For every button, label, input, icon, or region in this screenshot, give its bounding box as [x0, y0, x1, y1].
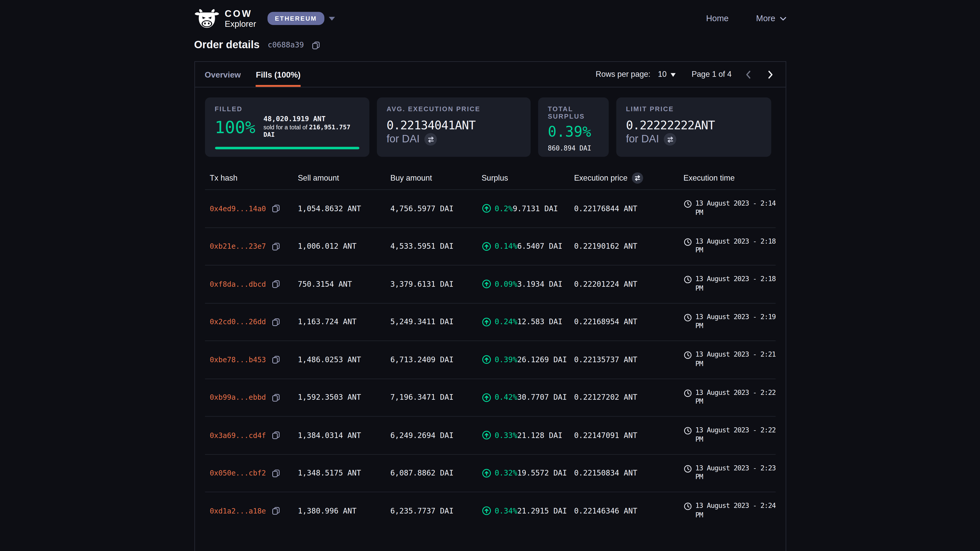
rows-per-page-select[interactable]: 10 [658, 70, 675, 79]
table-row: 0xd1a2...a18e 1,380.996 ANT 6,235.7737 D… [205, 492, 775, 529]
surplus-cell: 0.09%3.1934 DAI [476, 279, 569, 289]
surplus-amount: 21.128 DAI [517, 431, 563, 440]
total-surplus-amount: 860.894 DAI [548, 144, 598, 152]
fills-table: Tx hash Sell amount Buy amount Surplus E… [205, 167, 775, 530]
clock-icon [683, 313, 692, 322]
tx-hash-link[interactable]: 0xbe78...b453 [210, 355, 266, 364]
copy-icon[interactable] [272, 242, 280, 251]
sell-amount: 1,054.8632 ANT [293, 204, 385, 213]
chevron-down-icon [329, 17, 335, 21]
rows-per-page-label: Rows per page: [596, 70, 650, 79]
filled-sold-amount: 48,020.1919 ANT [263, 115, 325, 123]
surplus-cell: 0.34%21.2915 DAI [476, 506, 569, 516]
sell-amount: 1,486.0253 ANT [293, 355, 385, 364]
execution-price: 0.22201224 ANT [569, 280, 679, 289]
total-surplus-percent: 0.39% [548, 124, 598, 140]
sell-amount: 1,384.0314 ANT [293, 431, 385, 440]
surplus-cell: 0.14%6.5407 DAI [476, 241, 569, 251]
execution-time-cell: 13 August 2023 - 2:19 PM [678, 313, 776, 331]
buy-amount: 6,087.8862 DAI [385, 468, 477, 477]
execution-time-cell: 13 August 2023 - 2:18 PM [678, 237, 776, 256]
copy-icon[interactable] [272, 356, 280, 364]
tx-hash-link[interactable]: 0x4ed9...14a0 [210, 204, 266, 213]
tab-bar: Overview Fills (100%) Rows per page: 10 … [195, 62, 785, 87]
buy-amount: 4,533.5951 DAI [385, 242, 477, 251]
surplus-cell: 0.39%26.1269 DAI [476, 355, 569, 365]
col-buy-amount: Buy amount [385, 174, 477, 183]
copy-icon[interactable] [272, 507, 280, 515]
col-tx-hash: Tx hash [205, 174, 293, 183]
previous-page-button[interactable] [743, 69, 754, 80]
tx-hash-link[interactable]: 0xb99a...ebbd [210, 393, 266, 402]
tx-hash-link[interactable]: 0xd1a2...a18e [210, 507, 266, 515]
tx-hash-link[interactable]: 0x2cd0...26dd [210, 318, 266, 326]
limit-price-value: 0.22222222ANT [626, 118, 761, 132]
nav-more[interactable]: More [756, 14, 786, 23]
table-row: 0x4ed9...14a0 1,054.8632 ANT 4,756.5977 … [205, 189, 775, 227]
execution-time: 13 August 2023 - 2:21 PM [695, 351, 776, 368]
invert-price-icon[interactable] [425, 133, 437, 146]
tx-hash-link[interactable]: 0x3a69...cd4f [210, 431, 266, 440]
surplus-up-icon [482, 393, 491, 402]
table-controls: Rows per page: 10 Page 1 of 4 [596, 69, 775, 80]
invert-price-icon[interactable] [632, 172, 643, 184]
nav-home[interactable]: Home [706, 14, 729, 23]
nav-more-label: More [756, 14, 775, 23]
tab-fills[interactable]: Fills (100%) [256, 62, 301, 87]
buy-amount: 3,379.6131 DAI [385, 280, 477, 289]
sell-amount: 1,380.996 ANT [293, 507, 385, 515]
surplus-up-icon [482, 241, 491, 251]
execution-time-cell: 13 August 2023 - 2:14 PM [678, 200, 776, 218]
sell-amount: 750.3154 ANT [293, 280, 385, 289]
invert-price-icon[interactable] [664, 133, 676, 146]
limit-price-unit: for DAI [626, 132, 659, 146]
col-sell-amount: Sell amount [293, 174, 385, 183]
avg-price-unit: for DAI [387, 132, 420, 146]
surplus-cell: 0.2%9.7131 DAI [476, 204, 569, 213]
surplus-cell: 0.33%21.128 DAI [476, 430, 569, 440]
surplus-amount: 9.7131 DAI [513, 204, 558, 213]
copy-icon[interactable] [272, 469, 280, 477]
col-execution-price: Execution price [569, 172, 679, 184]
limit-price-label: LIMIT PRICE [626, 105, 761, 112]
cow-head-icon [194, 9, 219, 28]
avg-price-value: 0.22134041ANT [387, 118, 520, 132]
col-execution-price-label: Execution price [574, 174, 627, 183]
clock-icon [683, 238, 692, 246]
clock-icon [683, 351, 692, 359]
execution-price: 0.22135737 ANT [569, 355, 679, 364]
chevron-down-icon [780, 17, 786, 21]
brand-name: COW [224, 8, 256, 19]
surplus-percent: 0.39% [495, 355, 517, 364]
execution-time: 13 August 2023 - 2:18 PM [695, 237, 776, 256]
filled-label: FILLED [215, 105, 359, 112]
tab-overview[interactable]: Overview [205, 62, 241, 87]
tx-hash-link[interactable]: 0xb21e...23e7 [210, 242, 266, 251]
tx-hash-link[interactable]: 0x050e...cbf2 [210, 468, 266, 477]
table-row: 0x2cd0...26dd 1,163.724 ANT 5,249.3411 D… [205, 303, 775, 341]
copy-icon[interactable] [312, 41, 320, 49]
execution-time-cell: 13 August 2023 - 2:18 PM [678, 275, 776, 293]
cow-explorer-logo[interactable]: COW Explorer [194, 8, 256, 29]
copy-icon[interactable] [272, 431, 280, 439]
buy-amount: 6,249.2694 DAI [385, 431, 477, 440]
copy-icon[interactable] [272, 204, 280, 213]
next-page-button[interactable] [765, 69, 775, 80]
logo-text: COW Explorer [224, 8, 256, 29]
surplus-cell: 0.42%30.7707 DAI [476, 393, 569, 402]
network-selector[interactable]: ETHEREUM [267, 12, 335, 25]
table-row: 0x050e...cbf2 1,348.5175 ANT 6,087.8862 … [205, 454, 775, 492]
copy-icon[interactable] [272, 393, 280, 402]
clock-icon [683, 389, 692, 397]
copy-icon[interactable] [272, 280, 280, 288]
fill-progress-bar [215, 147, 359, 149]
tx-hash-link[interactable]: 0xf8da...dbcd [210, 280, 266, 289]
sell-amount: 1,163.724 ANT [293, 318, 385, 326]
copy-icon[interactable] [272, 318, 280, 326]
order-panel: Overview Fills (100%) Rows per page: 10 … [194, 61, 786, 551]
buy-amount: 6,713.2409 DAI [385, 355, 477, 364]
clock-icon [683, 503, 692, 511]
surplus-percent: 0.34% [495, 507, 517, 515]
filled-percent: 100% [215, 118, 255, 137]
brand-subtitle: Explorer [224, 19, 256, 29]
